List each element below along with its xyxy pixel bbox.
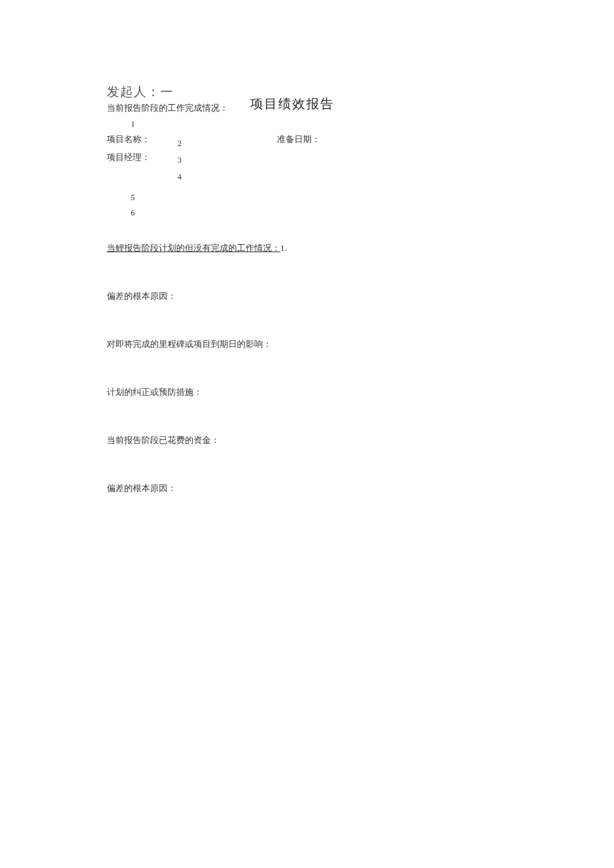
list-item: 4 bbox=[178, 172, 521, 182]
root-cause-2-heading: 偏差的根本原因： bbox=[107, 482, 521, 494]
project-manager-label: 项目经理： bbox=[107, 151, 150, 163]
incomplete-work-heading: 当鲤报告阶段计划的但没有完成的工作情况：1. bbox=[107, 242, 521, 254]
root-cause-heading: 偏差的根本原因： bbox=[107, 290, 521, 302]
initiator-label: 发起人：一 bbox=[107, 83, 521, 101]
funds-spent-heading: 当前报告阶段已花费的资金： bbox=[107, 434, 521, 446]
list-item: 1 bbox=[131, 119, 521, 129]
incomplete-work-underlined: 当鲤报告阶段计划的但没有完成的工作情况： bbox=[107, 243, 280, 253]
incomplete-work-suffix: 1. bbox=[280, 243, 287, 253]
list-item: 3 bbox=[178, 155, 521, 165]
prepare-date-label: 准备日期： bbox=[277, 133, 320, 145]
list-item: 5 bbox=[131, 193, 521, 203]
list-item: 6 bbox=[131, 208, 521, 218]
milestone-impact-heading: 对即将完成的里程碑或项目到期日的影响： bbox=[107, 338, 521, 350]
completed-work-heading: 当前报告阶段的工作完成情况： bbox=[107, 102, 521, 114]
list-item: 2 bbox=[178, 139, 521, 149]
corrective-heading: 计划的纠正或预防措施： bbox=[107, 386, 521, 398]
project-name-label: 项目名称： bbox=[107, 133, 150, 145]
